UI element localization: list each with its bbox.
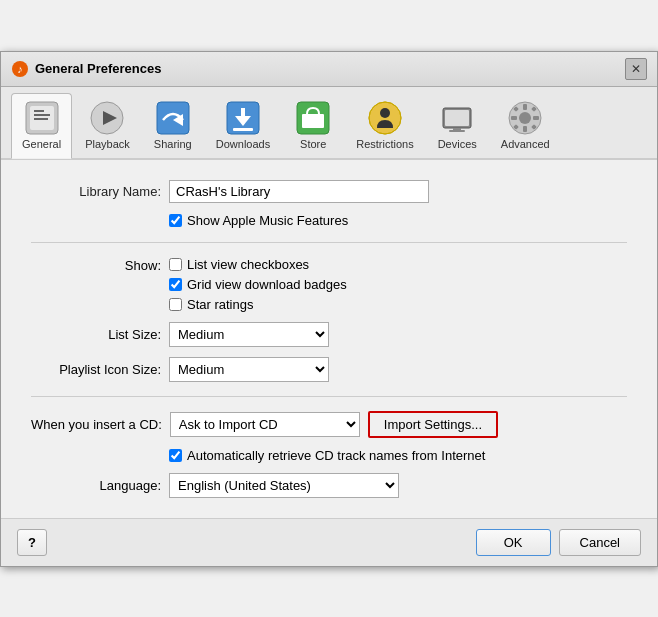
cancel-button[interactable]: Cancel [559, 529, 641, 556]
tab-general[interactable]: General [11, 93, 72, 159]
tab-sharing[interactable]: Sharing [143, 93, 203, 158]
list-view-checkboxes-row: List view checkboxes [169, 257, 347, 272]
language-label: Language: [31, 478, 161, 493]
playlist-icon-size-select[interactable]: Small Medium Large [169, 357, 329, 382]
list-view-checkboxes-label: List view checkboxes [187, 257, 309, 272]
playlist-icon-size-row: Playlist Icon Size: Small Medium Large [31, 357, 627, 382]
svg-text:♪: ♪ [17, 63, 23, 75]
tab-store-label: Store [300, 138, 326, 150]
library-name-row: Library Name: [31, 180, 627, 203]
grid-view-badges-label: Grid view download badges [187, 277, 347, 292]
cd-insert-row: When you insert a CD: Ask to Import CD I… [31, 411, 627, 438]
svg-rect-13 [241, 108, 245, 118]
playlist-icon-size-label: Playlist Icon Size: [31, 362, 161, 377]
content-area: Library Name: Show Apple Music Features … [1, 159, 657, 518]
tab-store[interactable]: Store [283, 93, 343, 158]
list-view-checkboxes-checkbox[interactable] [169, 258, 182, 271]
library-name-input[interactable] [169, 180, 429, 203]
svg-rect-23 [449, 130, 465, 132]
tab-general-label: General [22, 138, 61, 150]
svg-rect-21 [445, 110, 469, 126]
sharing-icon [155, 100, 191, 136]
title-bar: ♪ General Preferences ✕ [1, 52, 657, 87]
svg-point-18 [380, 108, 390, 118]
list-size-row: List Size: Small Medium Large [31, 322, 627, 347]
show-section: Show: List view checkboxes Grid view dow… [31, 257, 627, 312]
svg-rect-4 [34, 110, 44, 112]
star-ratings-row: Star ratings [169, 297, 347, 312]
language-select[interactable]: English (United States) French German Sp… [169, 473, 399, 498]
cd-label: When you insert a CD: [31, 417, 162, 432]
show-apple-music-row: Show Apple Music Features [169, 213, 627, 228]
svg-rect-5 [34, 114, 50, 116]
separator-1 [31, 242, 627, 243]
svg-rect-27 [523, 126, 527, 132]
auto-retrieve-checkbox[interactable] [169, 449, 182, 462]
tab-sharing-label: Sharing [154, 138, 192, 150]
star-ratings-checkbox[interactable] [169, 298, 182, 311]
playback-icon [89, 100, 125, 136]
footer-left: ? [17, 529, 47, 556]
show-checks: List view checkboxes Grid view download … [169, 257, 347, 312]
tab-restrictions[interactable]: Restrictions [345, 93, 424, 158]
grid-view-badges-checkbox[interactable] [169, 278, 182, 291]
tab-restrictions-label: Restrictions [356, 138, 413, 150]
svg-point-25 [519, 112, 531, 124]
restrictions-icon [367, 100, 403, 136]
general-preferences-window: ♪ General Preferences ✕ General [0, 51, 658, 567]
footer: ? OK Cancel [1, 518, 657, 566]
tab-downloads[interactable]: Downloads [205, 93, 281, 158]
tab-advanced[interactable]: Advanced [490, 93, 561, 158]
help-button[interactable]: ? [17, 529, 47, 556]
store-icon [295, 100, 331, 136]
show-apple-music-label: Show Apple Music Features [187, 213, 348, 228]
svg-rect-16 [302, 114, 324, 128]
downloads-icon [225, 100, 261, 136]
tab-playback[interactable]: Playback [74, 93, 141, 158]
auto-retrieve-row: Automatically retrieve CD track names fr… [169, 448, 627, 463]
star-ratings-label: Star ratings [187, 297, 253, 312]
advanced-icon [507, 100, 543, 136]
app-icon: ♪ [11, 60, 29, 78]
auto-retrieve-label: Automatically retrieve CD track names fr… [187, 448, 485, 463]
language-row: Language: English (United States) French… [31, 473, 627, 498]
tab-playback-label: Playback [85, 138, 130, 150]
toolbar: General Playback Sharing [1, 87, 657, 159]
tab-downloads-label: Downloads [216, 138, 270, 150]
window-title: General Preferences [35, 61, 625, 76]
general-icon [24, 100, 60, 136]
cd-select[interactable]: Ask to Import CD Import CD Import CD and… [170, 412, 360, 437]
svg-rect-22 [453, 128, 461, 130]
tab-advanced-label: Advanced [501, 138, 550, 150]
list-size-label: List Size: [31, 327, 161, 342]
svg-rect-6 [34, 118, 48, 120]
svg-rect-9 [157, 102, 189, 134]
tab-devices-label: Devices [438, 138, 477, 150]
show-label: Show: [31, 257, 161, 273]
separator-2 [31, 396, 627, 397]
devices-icon [439, 100, 475, 136]
svg-rect-29 [533, 116, 539, 120]
svg-rect-26 [523, 104, 527, 110]
footer-right: OK Cancel [476, 529, 641, 556]
ok-button[interactable]: OK [476, 529, 551, 556]
svg-rect-28 [511, 116, 517, 120]
show-apple-music-checkbox[interactable] [169, 214, 182, 227]
grid-view-badges-row: Grid view download badges [169, 277, 347, 292]
tab-devices[interactable]: Devices [427, 93, 488, 158]
import-settings-button[interactable]: Import Settings... [368, 411, 498, 438]
close-button[interactable]: ✕ [625, 58, 647, 80]
svg-rect-14 [233, 128, 253, 131]
library-name-label: Library Name: [31, 184, 161, 199]
list-size-select[interactable]: Small Medium Large [169, 322, 329, 347]
